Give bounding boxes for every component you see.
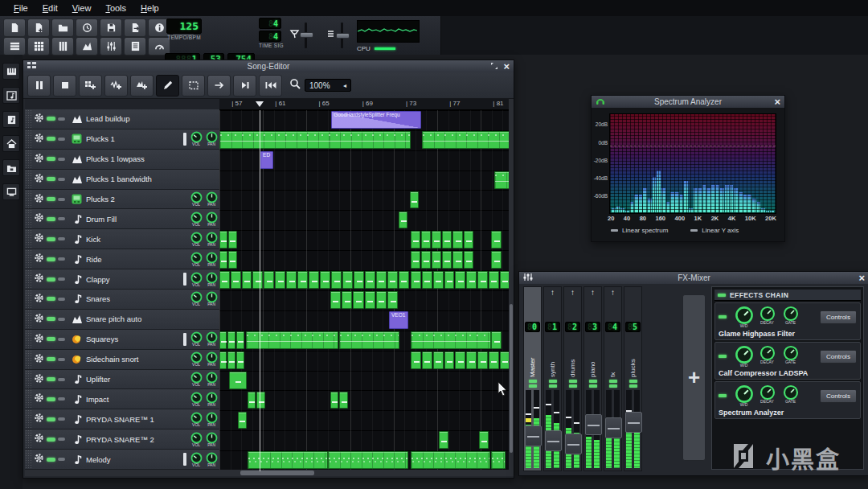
track-solo-led[interactable] <box>58 117 65 121</box>
track-grip-handle[interactable] <box>25 190 32 209</box>
track-grip-handle[interactable] <box>25 330 32 349</box>
jump-start-button[interactable] <box>259 75 282 97</box>
pattern-cell[interactable] <box>452 231 462 249</box>
pattern-clip[interactable] <box>219 231 237 249</box>
fx-channel-master[interactable]: 80Master <box>523 286 542 471</box>
track-volume-knob[interactable]: VOL <box>189 131 204 146</box>
presets-icon[interactable] <box>2 111 20 128</box>
pattern-cell[interactable] <box>219 351 227 369</box>
track-pan-knob[interactable]: PAN <box>204 331 219 347</box>
track-volume-knob[interactable]: VOL <box>189 252 204 267</box>
fx-channel-plucks[interactable]: 85plucks <box>624 286 642 471</box>
track-name[interactable]: Sidechain snort <box>86 355 189 364</box>
instruments-icon[interactable] <box>2 63 20 80</box>
root-dir-icon[interactable] <box>2 159 20 176</box>
track-pan-knob[interactable]: PAN <box>204 252 219 267</box>
track-gear-icon[interactable] <box>34 212 44 226</box>
track-pan-knob[interactable]: PAN <box>204 131 219 146</box>
timeline[interactable]: | 57| 61| 65| 69| 73| 77| 81 <box>219 99 509 110</box>
pattern-cell[interactable] <box>455 271 465 289</box>
pattern-cell[interactable] <box>411 351 421 369</box>
track-name[interactable]: Melody <box>86 455 183 464</box>
edit-mode-button[interactable] <box>182 75 205 97</box>
pattern-cell[interactable] <box>297 271 308 289</box>
pattern-cell[interactable] <box>228 231 237 249</box>
effect-gate-knob[interactable]: GATE <box>779 306 802 328</box>
channel-fader[interactable] <box>585 414 602 435</box>
effects-chain-header[interactable]: EFFECTS CHAIN <box>714 290 861 301</box>
pattern-cell[interactable] <box>339 392 348 409</box>
window-menu-icon[interactable] <box>27 62 36 71</box>
track-grip-handle[interactable] <box>25 350 32 369</box>
track-volume-knob[interactable]: VOL <box>189 392 204 407</box>
track-mute-led[interactable] <box>47 417 55 421</box>
pattern-cell[interactable] <box>421 231 431 249</box>
track-mute-led[interactable] <box>47 397 55 401</box>
channel-fader[interactable] <box>565 434 582 454</box>
recently-opened-button[interactable] <box>76 18 98 37</box>
track-gear-icon[interactable] <box>34 412 44 426</box>
track-grip-handle[interactable] <box>25 290 32 309</box>
pattern-cell[interactable] <box>320 271 330 289</box>
pattern-cell[interactable] <box>411 271 421 289</box>
pattern-clip[interactable] <box>219 351 245 369</box>
track-pan-knob[interactable]: PAN <box>204 351 219 367</box>
home-icon[interactable] <box>2 135 20 152</box>
pattern-clip[interactable] <box>491 251 502 269</box>
track-solo-led[interactable] <box>58 298 65 301</box>
track-grip-handle[interactable] <box>25 370 32 389</box>
pattern-clip[interactable] <box>219 131 411 149</box>
track-gear-icon[interactable] <box>34 192 44 207</box>
track-name[interactable]: Squareys <box>86 335 183 343</box>
menu-file[interactable]: File <box>6 2 35 14</box>
pattern-cell[interactable] <box>219 251 228 269</box>
track-grip-handle[interactable] <box>25 409 32 429</box>
pattern-clip[interactable] <box>248 392 265 409</box>
send-arrow-icon[interactable]: ↑ <box>591 287 595 298</box>
samples-icon[interactable] <box>2 87 20 104</box>
pattern-cell[interactable] <box>309 271 319 289</box>
track-solo-led[interactable] <box>58 358 65 361</box>
pattern-cell[interactable] <box>491 231 502 249</box>
pattern-clip[interactable] <box>411 251 473 269</box>
track-pan-knob[interactable]: PAN <box>204 291 219 306</box>
track-grip-handle[interactable] <box>25 209 32 228</box>
time-signature[interactable]: 84 84 TIME SIG <box>259 18 284 48</box>
pause-button[interactable] <box>27 75 51 97</box>
fx-channel-fx[interactable]: ↑84fx <box>604 286 622 471</box>
pattern-cell[interactable] <box>489 271 499 289</box>
effect-decay-knob[interactable]: DECAY <box>755 345 779 368</box>
channel-led[interactable] <box>609 384 617 388</box>
playhead-marker-icon[interactable] <box>256 101 264 110</box>
channel-led[interactable] <box>629 384 637 388</box>
pattern-cell[interactable] <box>422 271 432 289</box>
track-grip-handle[interactable] <box>25 229 32 249</box>
send-arrow-icon[interactable]: ↑ <box>571 287 575 298</box>
zoom-level[interactable]: 100% ◂ <box>305 79 351 92</box>
pattern-cell[interactable] <box>275 271 285 289</box>
track-name[interactable]: PRYDA SNARE™ 1 <box>86 415 189 424</box>
track-gear-icon[interactable] <box>34 172 44 187</box>
track-pan-knob[interactable]: PAN <box>204 212 219 227</box>
track-name[interactable]: Plucks 1 lowpass <box>86 154 219 163</box>
automation-clip[interactable]: VEO1 <box>389 311 408 329</box>
jump-end-button[interactable] <box>233 75 256 97</box>
channel-fader[interactable] <box>605 417 622 438</box>
pattern-cell[interactable] <box>231 271 241 289</box>
add-bb-track-button[interactable] <box>79 75 102 97</box>
track-mute-led[interactable] <box>47 438 55 442</box>
track-volume-knob[interactable]: VOL <box>189 452 204 467</box>
track-solo-led[interactable] <box>58 458 65 461</box>
pattern-cell[interactable] <box>219 271 230 289</box>
pattern-cell[interactable] <box>479 431 488 449</box>
pattern-clip[interactable] <box>219 331 245 349</box>
effect-decay-knob[interactable]: DECAY <box>755 384 779 407</box>
track-gear-icon[interactable] <box>34 452 44 466</box>
pattern-clip[interactable] <box>410 191 419 209</box>
pattern-cell[interactable] <box>227 351 235 369</box>
track-mute-led[interactable] <box>47 277 55 281</box>
track-volume-knob[interactable]: VOL <box>189 272 204 287</box>
menu-help[interactable]: Help <box>133 2 166 14</box>
track-grip-handle[interactable] <box>25 269 32 289</box>
pattern-clip[interactable] <box>219 271 409 289</box>
